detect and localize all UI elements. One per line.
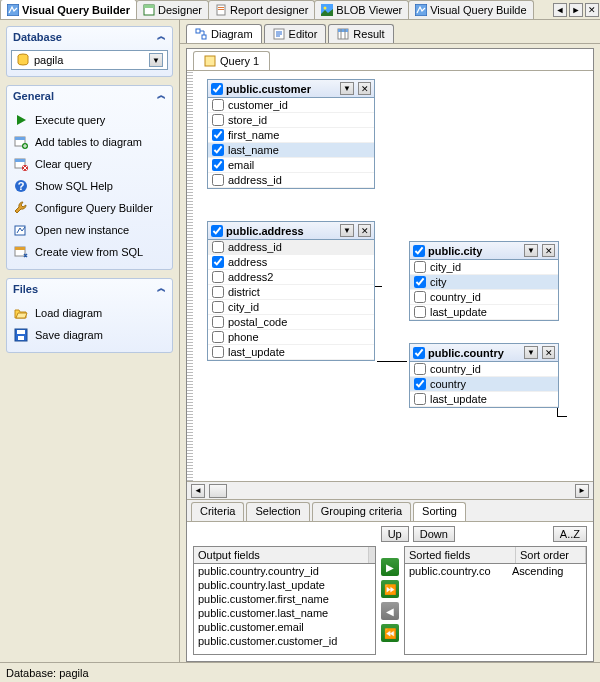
resize-handle[interactable] (369, 547, 375, 563)
sorted-fields-list[interactable]: Sorted fields Sort order public.country.… (404, 546, 587, 655)
col-check[interactable] (212, 174, 224, 186)
list-item[interactable]: public.country.country_id (194, 564, 375, 578)
tab-prev-button[interactable]: ◄ (553, 3, 567, 17)
list-item[interactable]: public.customer.email (194, 620, 375, 634)
editor-tab[interactable]: Editor (264, 24, 327, 43)
table-menu-button[interactable]: ▼ (524, 346, 538, 359)
save-diagram-action[interactable]: Save diagram (11, 324, 168, 346)
col-check[interactable] (414, 378, 426, 390)
table-menu-button[interactable]: ▼ (524, 244, 538, 257)
open-instance-action[interactable]: Open new instance (11, 219, 168, 241)
tab-visual-query-builder[interactable]: Visual Query Builder (0, 0, 137, 19)
selection-tab[interactable]: Selection (246, 502, 309, 521)
move-left-button[interactable]: ◀ (381, 602, 399, 620)
col-check[interactable] (212, 241, 224, 253)
move-all-right-button[interactable]: ⏩ (381, 580, 399, 598)
table-select-all[interactable] (413, 347, 425, 359)
tab-label: Editor (289, 28, 318, 40)
tab-close-button[interactable]: ✕ (585, 3, 599, 17)
tab-designer[interactable]: Designer (136, 0, 209, 19)
scroll-left-button[interactable]: ◄ (191, 484, 205, 498)
col-check[interactable] (212, 331, 224, 343)
tab-visual-query-builder-2[interactable]: Visual Query Builde (408, 0, 533, 19)
down-button[interactable]: Down (413, 526, 455, 542)
tab-report-designer[interactable]: Report designer (208, 0, 315, 19)
move-right-button[interactable]: ▶ (381, 558, 399, 576)
col-check[interactable] (212, 316, 224, 328)
col-check[interactable] (414, 261, 426, 273)
query-tab[interactable]: Query 1 (193, 51, 270, 70)
criteria-tab[interactable]: Criteria (191, 502, 244, 521)
col-check[interactable] (212, 144, 224, 156)
col-check[interactable] (212, 256, 224, 268)
grouping-tab[interactable]: Grouping criteria (312, 502, 411, 521)
list-item[interactable]: public.country.last_update (194, 578, 375, 592)
add-tables-action[interactable]: Add tables to diagram (11, 131, 168, 153)
create-view-icon (13, 244, 29, 260)
table-close-button[interactable]: ✕ (542, 244, 555, 257)
database-panel-header[interactable]: Database ︽ (7, 27, 172, 46)
col-name: address_id (228, 241, 282, 253)
table-country[interactable]: public.country▼✕ country_id country last… (409, 343, 559, 408)
diagram-tab[interactable]: Diagram (186, 24, 262, 43)
folder-open-icon (13, 305, 29, 321)
blob-icon (321, 4, 333, 16)
canvas-grip[interactable] (187, 71, 193, 481)
table-menu-button[interactable]: ▼ (340, 82, 354, 95)
result-tab[interactable]: Result (328, 24, 393, 43)
table-city[interactable]: public.city▼✕ city_id city country_id la… (409, 241, 559, 321)
sorting-tab[interactable]: Sorting (413, 502, 466, 521)
col-check[interactable] (414, 393, 426, 405)
move-all-left-button[interactable]: ⏪ (381, 624, 399, 642)
table-close-button[interactable]: ✕ (358, 224, 371, 237)
az-button[interactable]: A..Z (553, 526, 587, 542)
table-select-all[interactable] (211, 83, 223, 95)
table-close-button[interactable]: ✕ (358, 82, 371, 95)
table-select-all[interactable] (211, 225, 223, 237)
tab-blob-viewer[interactable]: BLOB Viewer (314, 0, 409, 19)
sql-help-action[interactable]: ?Show SQL Help (11, 175, 168, 197)
files-panel-header[interactable]: Files ︽ (7, 279, 172, 298)
list-item[interactable]: public.customer.last_name (194, 606, 375, 620)
create-view-action[interactable]: Create view from SQL (11, 241, 168, 263)
col-check[interactable] (414, 276, 426, 288)
svg-rect-22 (17, 330, 25, 334)
list-item[interactable]: public.customer.customer_id (194, 634, 375, 648)
col-check[interactable] (212, 99, 224, 111)
execute-query-action[interactable]: Execute query (11, 109, 168, 131)
list-item[interactable]: public.country.co Ascending (405, 564, 586, 578)
col-check[interactable] (212, 114, 224, 126)
table-select-all[interactable] (413, 245, 425, 257)
table-close-button[interactable]: ✕ (542, 346, 555, 359)
col-name: last_update (430, 306, 487, 318)
col-check[interactable] (212, 159, 224, 171)
collapse-icon: ︽ (157, 30, 166, 43)
diagram-canvas[interactable]: public.customer▼✕ customer_id store_id f… (187, 71, 593, 481)
col-name: address_id (228, 174, 282, 186)
col-check[interactable] (212, 129, 224, 141)
canvas-hscroll[interactable]: ◄ ► (187, 481, 593, 499)
clear-query-action[interactable]: Clear query (11, 153, 168, 175)
scroll-thumb[interactable] (209, 484, 227, 498)
col-check[interactable] (414, 306, 426, 318)
table-address[interactable]: public.address▼✕ address_id address addr… (207, 221, 375, 361)
configure-action[interactable]: Configure Query Builder (11, 197, 168, 219)
up-button[interactable]: Up (381, 526, 409, 542)
col-check[interactable] (212, 346, 224, 358)
col-check[interactable] (212, 271, 224, 283)
table-menu-button[interactable]: ▼ (340, 224, 354, 237)
col-check[interactable] (212, 286, 224, 298)
col-check[interactable] (414, 363, 426, 375)
tab-next-button[interactable]: ► (569, 3, 583, 17)
list-item[interactable]: public.customer.first_name (194, 592, 375, 606)
col-check[interactable] (414, 291, 426, 303)
database-combo[interactable]: pagila ▼ (11, 50, 168, 70)
dropdown-arrow-icon[interactable]: ▼ (149, 53, 163, 67)
table-customer[interactable]: public.customer▼✕ customer_id store_id f… (207, 79, 375, 189)
col-header: Sorted fields (405, 547, 516, 563)
scroll-right-button[interactable]: ► (575, 484, 589, 498)
col-check[interactable] (212, 301, 224, 313)
output-fields-list[interactable]: Output fields public.country.country_id … (193, 546, 376, 655)
load-diagram-action[interactable]: Load diagram (11, 302, 168, 324)
general-panel-header[interactable]: General ︽ (7, 86, 172, 105)
